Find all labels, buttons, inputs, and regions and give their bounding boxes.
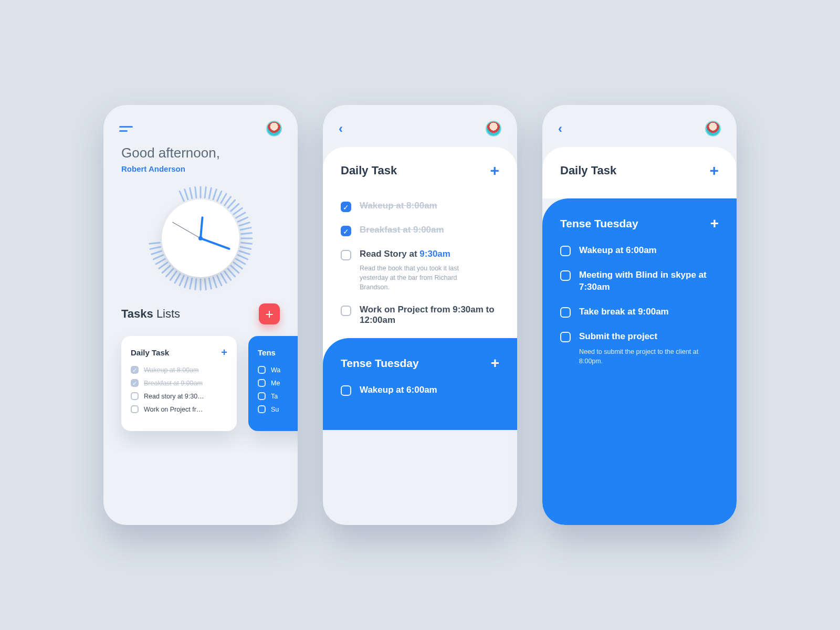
svg-line-56 — [180, 191, 184, 201]
next-list-panel[interactable]: Tense Tuesday + Wakeup at 6:00am — [323, 338, 517, 430]
svg-line-20 — [236, 259, 245, 264]
task-list: Wakeup at 8:00am Breakfast at 9:00am Rea… — [323, 201, 517, 326]
task-row[interactable]: Wakeup at 6:00am — [560, 245, 719, 257]
list-card-daily[interactable]: Daily Task + Wakeup at 8:00am Breakfast … — [121, 336, 237, 431]
list-item[interactable]: Read story at 9:30… — [131, 392, 227, 400]
clock — [103, 186, 298, 291]
list-item[interactable]: Work on Project fr… — [131, 405, 227, 413]
svg-line-4 — [217, 191, 222, 201]
svg-line-44 — [150, 243, 160, 244]
task-title: Read Story at 9:30am — [360, 249, 480, 259]
add-task-button[interactable]: + — [710, 215, 719, 232]
checkbox-icon[interactable] — [131, 392, 139, 400]
daily-task-screen: ‹ Daily Task + Wakeup at 8:00am Breakfas… — [323, 105, 517, 525]
svg-line-29 — [205, 279, 206, 290]
checkbox-icon[interactable] — [560, 246, 571, 256]
checkbox-icon[interactable] — [131, 379, 139, 387]
svg-line-5 — [221, 194, 226, 203]
section-title: Tasks Lists — [121, 307, 180, 321]
list-item[interactable]: Breakfast at 9:00am — [131, 379, 227, 387]
checkbox-icon[interactable] — [560, 270, 571, 281]
svg-line-32 — [190, 278, 192, 289]
svg-line-31 — [195, 279, 196, 290]
svg-line-13 — [240, 228, 251, 230]
svg-line-17 — [240, 247, 251, 249]
card-add-button[interactable]: + — [221, 346, 227, 359]
daily-task-header-panel: Daily Task + — [542, 147, 737, 198]
avatar[interactable] — [705, 121, 721, 136]
header — [103, 105, 298, 142]
svg-line-41 — [153, 255, 163, 259]
checkbox-icon[interactable] — [560, 332, 571, 342]
avatar[interactable] — [486, 121, 501, 136]
back-icon[interactable]: ‹ — [558, 122, 562, 135]
back-icon[interactable]: ‹ — [339, 122, 343, 135]
svg-line-6 — [225, 197, 231, 205]
second-hand — [172, 222, 201, 239]
task-title: Take break at 9:00am — [579, 306, 669, 318]
clock-pin — [198, 236, 203, 240]
greeting-text: Good afternoon, — [121, 145, 280, 161]
tense-tuesday-screen: ‹ Daily Task + Tense Tuesday + Wakeup at… — [542, 105, 737, 525]
checkbox-icon[interactable] — [258, 379, 266, 387]
svg-line-9 — [234, 208, 242, 214]
greeting: Good afternoon, Robert Anderson — [103, 142, 298, 173]
task-row[interactable]: Read Story at 9:30am Read the book that … — [341, 249, 499, 292]
add-list-button[interactable]: + — [259, 303, 280, 324]
lists-row[interactable]: Daily Task + Wakeup at 8:00am Breakfast … — [103, 324, 298, 452]
list-item[interactable]: Wa — [258, 366, 298, 374]
svg-line-2 — [209, 188, 211, 198]
svg-line-7 — [228, 200, 235, 208]
menu-icon[interactable] — [119, 126, 133, 132]
svg-line-10 — [236, 213, 245, 218]
svg-line-26 — [217, 276, 222, 285]
checkbox-icon[interactable] — [131, 366, 139, 374]
list-item[interactable]: Me — [258, 379, 298, 387]
checkbox-icon[interactable] — [341, 226, 351, 236]
svg-line-8 — [231, 204, 239, 211]
checkbox-icon[interactable] — [560, 307, 571, 318]
checkbox-icon[interactable] — [258, 366, 266, 374]
checkbox-icon[interactable] — [341, 250, 351, 260]
checkbox-icon[interactable] — [341, 306, 351, 316]
svg-line-40 — [156, 259, 165, 264]
svg-line-37 — [166, 269, 173, 277]
checkbox-icon[interactable] — [341, 385, 351, 396]
card-title: Daily Task — [131, 348, 169, 357]
task-row[interactable]: Submit the project Need to submit the pr… — [560, 331, 719, 366]
checkbox-icon[interactable] — [258, 392, 266, 400]
list-item[interactable]: Su — [258, 405, 298, 413]
list-card-tense[interactable]: Tens + Wa Me Ta Su — [248, 336, 298, 431]
list-item[interactable]: Wakeup at 8:00am — [131, 366, 227, 374]
checkbox-icon[interactable] — [341, 202, 351, 212]
add-task-button[interactable]: + — [491, 355, 499, 372]
task-row[interactable]: Take break at 9:00am — [560, 306, 719, 318]
avatar[interactable] — [266, 121, 282, 136]
task-row-done[interactable]: Wakeup at 8:00am — [341, 201, 499, 212]
task-row[interactable]: Meeting with Blind in skype at 7:30am — [560, 269, 719, 293]
svg-line-19 — [238, 255, 247, 259]
task-row[interactable]: Work on Project from 9:30am to 12:00am — [341, 304, 499, 326]
section-header: Tasks Lists + — [103, 291, 298, 324]
svg-line-23 — [228, 269, 235, 277]
header: ‹ — [542, 105, 737, 142]
task-title: Work on Project from 9:30am to 12:00am — [360, 304, 499, 326]
svg-line-12 — [239, 223, 249, 226]
task-row-done[interactable]: Breakfast at 9:00am — [341, 225, 499, 236]
minute-hand — [200, 237, 230, 250]
task-row[interactable]: Wakeup at 6:00am — [341, 384, 499, 396]
checkbox-icon[interactable] — [131, 405, 139, 413]
list-item[interactable]: Ta — [258, 392, 298, 400]
svg-line-27 — [213, 277, 216, 287]
task-title: Wakeup at 6:00am — [579, 245, 657, 257]
svg-line-11 — [238, 217, 247, 222]
hour-hand — [200, 216, 204, 238]
user-name: Robert Anderson — [121, 164, 280, 173]
clock-face — [162, 200, 239, 277]
svg-line-58 — [190, 188, 192, 198]
add-task-button[interactable]: + — [490, 163, 499, 178]
subpanel-title: Tense Tuesday — [560, 217, 638, 230]
add-task-button[interactable]: + — [709, 163, 719, 178]
task-title: Submit the project — [579, 331, 705, 343]
checkbox-icon[interactable] — [258, 405, 266, 413]
